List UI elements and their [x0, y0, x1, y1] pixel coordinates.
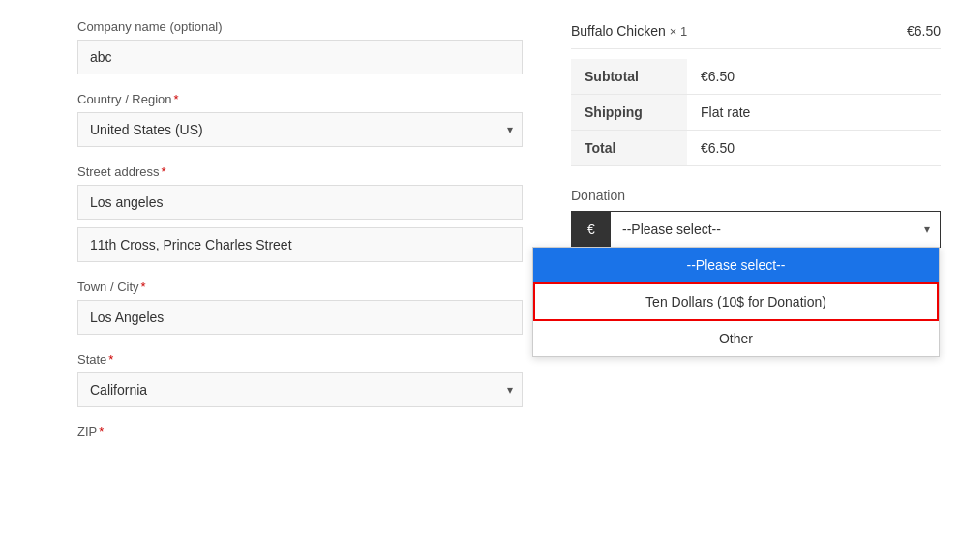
dropdown-option-other[interactable]: Other [533, 321, 939, 356]
dropdown-option-ten-dollars[interactable]: Ten Dollars (10$ for Donation) [533, 282, 939, 321]
country-label: Country / Region* [77, 92, 523, 106]
company-name-group: Company name (optional) [77, 19, 523, 74]
street-line2-input[interactable] [77, 227, 523, 262]
donation-select-inner: --Please select-- Ten Dollars (10$ for D… [611, 212, 940, 247]
dropdown-option-placeholder[interactable]: --Please select-- [533, 248, 939, 282]
order-summary-table: Subtotal €6.50 Shipping Flat rate Total … [571, 59, 941, 166]
donation-select[interactable]: --Please select-- Ten Dollars (10$ for D… [611, 212, 940, 247]
state-required-marker: * [108, 352, 113, 367]
order-summary-panel: Buffalo Chicken × 1 €6.50 Subtotal €6.50… [552, 10, 960, 550]
product-name: Buffalo Chicken × 1 [571, 23, 687, 39]
zip-required-marker: * [99, 425, 104, 439]
company-label: Company name (optional) [77, 19, 523, 34]
total-label: Total [571, 131, 687, 166]
city-input[interactable] [77, 300, 523, 335]
subtotal-label: Subtotal [571, 59, 687, 95]
country-group: Country / Region* United States (US) Uni… [77, 92, 523, 147]
donation-label: Donation [571, 188, 941, 203]
subtotal-row: Subtotal €6.50 [571, 59, 941, 95]
product-price: €6.50 [907, 23, 941, 39]
state-select[interactable]: California New York Texas Florida [77, 372, 523, 407]
state-select-wrapper: California New York Texas Florida ▾ [77, 372, 523, 407]
city-group: Town / City* [77, 280, 523, 335]
country-select-wrapper: United States (US) United Kingdom Canada… [77, 112, 523, 147]
total-row: Total €6.50 [571, 131, 941, 166]
country-required-marker: * [174, 92, 179, 106]
street-line1-input[interactable] [77, 185, 523, 220]
donation-section: Donation € --Please select-- Ten Dollars… [571, 188, 941, 248]
donation-dropdown-popup: --Please select-- Ten Dollars (10$ for D… [532, 247, 940, 357]
state-label: State* [77, 352, 523, 367]
shipping-label: Shipping [571, 95, 687, 131]
city-required-marker: * [141, 280, 146, 294]
donation-select-wrapper[interactable]: € --Please select-- Ten Dollars (10$ for… [571, 211, 941, 248]
street-address-group: Street address* [77, 164, 523, 262]
zip-group: ZIP* [77, 425, 523, 439]
checkout-form: Company name (optional) Country / Region… [0, 10, 552, 550]
product-line: Buffalo Chicken × 1 €6.50 [571, 19, 941, 49]
street-required-marker: * [162, 164, 166, 179]
total-value: €6.50 [687, 131, 941, 166]
shipping-row: Shipping Flat rate [571, 95, 941, 131]
street-label: Street address* [77, 164, 523, 179]
state-group: State* California New York Texas Florida… [77, 352, 523, 407]
subtotal-value: €6.50 [687, 59, 941, 95]
product-qty: × 1 [670, 24, 687, 39]
donation-currency-symbol: € [572, 212, 611, 247]
company-input[interactable] [77, 40, 523, 74]
shipping-value: Flat rate [687, 95, 941, 131]
city-label: Town / City* [77, 280, 523, 294]
country-select[interactable]: United States (US) United Kingdom Canada… [77, 112, 523, 147]
zip-label: ZIP* [77, 425, 523, 439]
